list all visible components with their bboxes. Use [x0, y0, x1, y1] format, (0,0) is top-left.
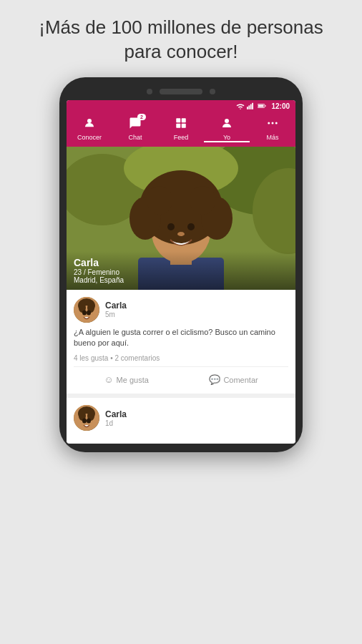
svg-point-31	[177, 232, 185, 236]
post-2-avatar[interactable]	[74, 405, 99, 431]
camera-dot	[147, 89, 152, 94]
tab-conocer[interactable]: Conocer	[67, 117, 112, 142]
svg-rect-11	[182, 123, 186, 127]
svg-rect-6	[265, 105, 266, 107]
phone-screen: 12:00 Conocer	[67, 100, 295, 444]
post-1-actions: ☺ Me gusta 💬 Comentar	[74, 373, 288, 386]
status-time: 12:00	[271, 102, 290, 110]
status-bar: 12:00	[67, 100, 295, 112]
feed-container: Carla 5m ¿A alguien le gusta correr o el…	[67, 290, 295, 443]
post-1-comment-btn[interactable]: 💬 Comentar	[202, 373, 265, 386]
svg-point-15	[275, 122, 278, 124]
chat-badge: 2	[137, 114, 146, 120]
svg-point-12	[225, 119, 229, 123]
battery-icon	[258, 102, 266, 109]
svg-point-7	[87, 119, 92, 123]
post-1-stats: 4 les gusta • 2 comentarios	[74, 354, 288, 367]
camera-dot-right	[210, 89, 215, 94]
yo-label: Yo	[223, 134, 230, 141]
post-1-text: ¿A alguien le gusta correr o el ciclismo…	[74, 327, 288, 349]
svg-point-30	[187, 223, 195, 230]
phone-frame: 12:00 Conocer	[59, 77, 303, 453]
svg-rect-2	[250, 104, 252, 109]
header-tagline: ¡Más de 100 millones de personas para co…	[0, 0, 362, 77]
feed-label: Feed	[174, 134, 189, 141]
svg-rect-0	[247, 107, 248, 109]
svg-point-14	[272, 122, 274, 124]
wifi-icon	[236, 102, 245, 109]
mas-icon	[266, 117, 279, 132]
svg-rect-10	[176, 123, 180, 127]
nav-tabs: Conocer 2 Chat	[67, 112, 295, 147]
tab-yo[interactable]: Yo	[204, 117, 250, 142]
post-card-2: Carla 1d	[67, 398, 295, 442]
svg-point-13	[268, 122, 270, 124]
yo-icon	[220, 117, 233, 132]
comment-icon: 💬	[209, 374, 220, 385]
profile-image-section: Carla 23 / Femenino Madrid, España	[67, 147, 295, 290]
post-2-username: Carla	[105, 409, 288, 419]
signal-icon	[247, 102, 255, 109]
svg-rect-9	[182, 118, 186, 122]
like-label: Me gusta	[117, 376, 149, 384]
profile-name: Carla	[74, 257, 288, 268]
svg-rect-3	[253, 103, 254, 109]
profile-age-gender: 23 / Femenino	[74, 268, 288, 276]
speaker-grille	[160, 89, 202, 94]
post-1-time: 5m	[105, 311, 288, 318]
post-1-like-btn[interactable]: ☺ Me gusta	[97, 373, 156, 386]
post-1-meta: Carla 5m	[105, 301, 288, 318]
tab-mas[interactable]: Más	[250, 117, 295, 142]
post-card-1: Carla 5m ¿A alguien le gusta correr o el…	[67, 290, 295, 394]
svg-point-28	[190, 186, 215, 215]
tab-chat[interactable]: 2 Chat	[112, 117, 158, 142]
chat-label: Chat	[128, 134, 142, 141]
post-2-header: Carla 1d	[74, 405, 288, 431]
post-1-avatar[interactable]	[74, 297, 99, 323]
tab-feed[interactable]: Feed	[158, 117, 204, 142]
conocer-icon	[83, 117, 96, 132]
chat-icon: 2	[129, 117, 142, 132]
svg-point-44	[82, 419, 87, 424]
svg-point-45	[87, 419, 91, 424]
feed-icon	[175, 117, 187, 132]
svg-rect-8	[176, 118, 180, 122]
phone-top-bar	[67, 86, 295, 100]
svg-rect-1	[249, 105, 250, 109]
profile-location: Madrid, España	[74, 276, 288, 284]
comment-label: Comentar	[223, 376, 258, 384]
svg-point-38	[87, 310, 91, 315]
conocer-label: Conocer	[77, 134, 102, 141]
svg-point-37	[82, 310, 87, 315]
profile-info-overlay: Carla 23 / Femenino Madrid, España	[67, 251, 295, 290]
like-icon: ☺	[104, 374, 113, 385]
post-1-header: Carla 5m	[74, 297, 288, 323]
svg-rect-5	[258, 105, 264, 107]
post-2-meta: Carla 1d	[105, 409, 288, 427]
svg-point-29	[167, 223, 175, 230]
svg-point-27	[147, 186, 172, 215]
post-1-username: Carla	[105, 301, 288, 311]
mas-label: Más	[266, 134, 278, 141]
post-2-time: 1d	[105, 419, 288, 427]
status-icons: 12:00	[236, 102, 290, 110]
